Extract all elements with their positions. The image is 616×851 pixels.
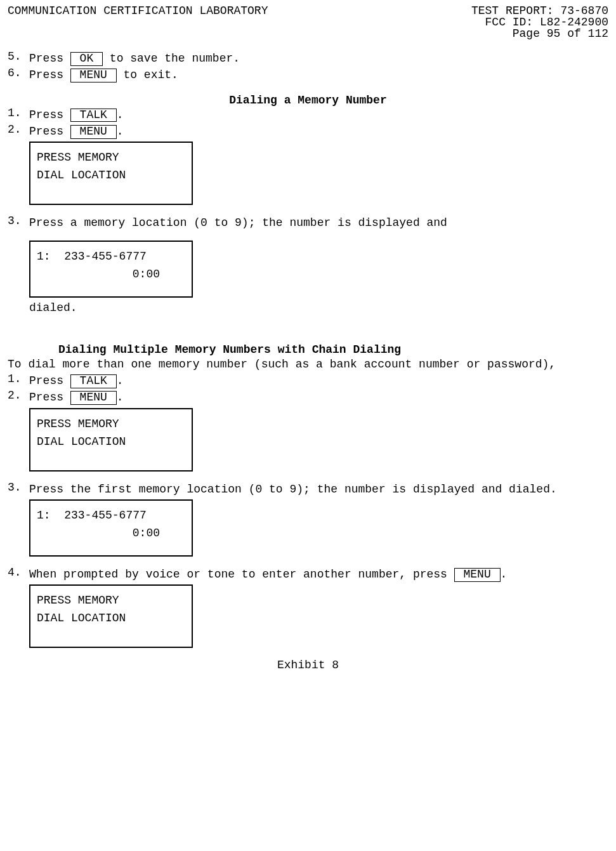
lcd-line: 1: 233-455-6777 — [37, 509, 147, 522]
lcd-display-press-memory: PRESS MEMORY DIAL LOCATION — [29, 142, 193, 205]
lcd-line: PRESS MEMORY — [37, 151, 119, 164]
lcd-display-number-dialed: 1: 233-455-6777 0:00 — [29, 241, 193, 298]
step-text: Press — [29, 125, 70, 138]
intro-text: To dial more than one memory number (suc… — [8, 357, 608, 372]
step-3: 3. Press a memory location (0 to 9); the… — [8, 215, 608, 230]
lcd-display-number-dialed: 1: 233-455-6777 0:00 — [29, 499, 193, 557]
step-text: . — [117, 374, 124, 387]
steps-dial-memory: 1. Press TALK . 2. Press MENU . — [8, 107, 608, 140]
lcd-timer: 0:00 — [37, 266, 185, 284]
key-ok: OK — [70, 52, 103, 66]
page-number: Page 95 of 112 — [8, 28, 608, 39]
step-text: Press — [29, 69, 70, 81]
section-title-chain-dialing: Dialing Multiple Memory Numbers with Cha… — [8, 344, 608, 355]
page-header: COMMUNICATION CERTIFICATION LABORATORY T… — [8, 5, 608, 39]
step-number: 1. — [8, 373, 29, 385]
lcd-line: DIAL LOCATION — [37, 612, 126, 624]
exhibit-footer: Exhibit 8 — [8, 659, 608, 671]
step-6: 6. Press MENU to exit. — [8, 67, 608, 82]
step-text: to exit. — [117, 69, 178, 81]
lcd-timer: 0:00 — [37, 525, 185, 543]
step-number: 5. — [8, 51, 29, 62]
step-text: Press — [29, 109, 70, 121]
steps-chain-dial: 1. Press TALK . 2. Press MENU . — [8, 373, 608, 406]
key-talk: TALK — [70, 109, 117, 122]
step-text: Press — [29, 374, 70, 387]
step-5: 5. Press OK to save the number. — [8, 51, 608, 66]
step-4: 4. When prompted by voice or tone to ent… — [8, 567, 608, 582]
lcd-line: 1: 233-455-6777 — [37, 250, 147, 263]
lcd-display-press-memory: PRESS MEMORY DIAL LOCATION — [29, 584, 193, 648]
lab-name: COMMUNICATION CERTIFICATION LABORATORY — [8, 5, 268, 16]
step-2: 2. Press MENU . — [8, 390, 608, 405]
key-menu: MENU — [70, 69, 117, 82]
step-text: Press a memory location (0 to 9); the nu… — [29, 215, 608, 230]
step-text: . — [117, 391, 124, 404]
lcd-line: PRESS MEMORY — [37, 594, 119, 607]
step-text: . — [117, 109, 124, 121]
test-report: TEST REPORT: 73-6870 — [471, 5, 608, 16]
step-text: When prompted by voice or tone to enter … — [29, 568, 454, 581]
step-number: 1. — [8, 107, 29, 119]
lcd-line: PRESS MEMORY — [37, 418, 119, 430]
lcd-line: DIAL LOCATION — [37, 169, 126, 181]
section-title-dial-memory: Dialing a Memory Number — [8, 95, 608, 106]
key-menu: MENU — [454, 568, 501, 582]
step-2: 2. Press MENU . — [8, 124, 608, 139]
step-1: 1. Press TALK . — [8, 107, 608, 122]
step-text: Press — [29, 391, 70, 404]
key-menu: MENU — [70, 391, 117, 405]
step-text: to save the number. — [103, 52, 240, 65]
step-number: 2. — [8, 390, 29, 401]
step-number: 4. — [8, 567, 29, 578]
step-3-tail: dialed. — [8, 300, 608, 315]
steps-save-exit: 5. Press OK to save the number. 6. Press… — [8, 51, 608, 83]
steps-dial-memory-cont: 3. Press a memory location (0 to 9); the… — [8, 215, 608, 230]
step-number: 6. — [8, 67, 29, 79]
key-talk: TALK — [70, 374, 117, 388]
step-text: . — [117, 125, 124, 138]
step-text: . — [501, 568, 508, 581]
step-number: 3. — [8, 215, 29, 227]
fcc-id: FCC ID: L82-242900 — [8, 16, 608, 28]
steps-chain-dial-cont2: 4. When prompted by voice or tone to ent… — [8, 567, 608, 582]
step-3: 3. Press the first memory location (0 to… — [8, 482, 608, 497]
step-number: 3. — [8, 482, 29, 493]
steps-chain-dial-cont: 3. Press the first memory location (0 to… — [8, 482, 608, 497]
step-text: Press — [29, 52, 70, 65]
step-text: Press the first memory location (0 to 9)… — [29, 482, 608, 497]
lcd-line: DIAL LOCATION — [37, 435, 126, 448]
key-menu: MENU — [70, 125, 117, 139]
step-number: 2. — [8, 124, 29, 135]
step-1: 1. Press TALK . — [8, 373, 608, 388]
lcd-display-press-memory: PRESS MEMORY DIAL LOCATION — [29, 408, 193, 472]
